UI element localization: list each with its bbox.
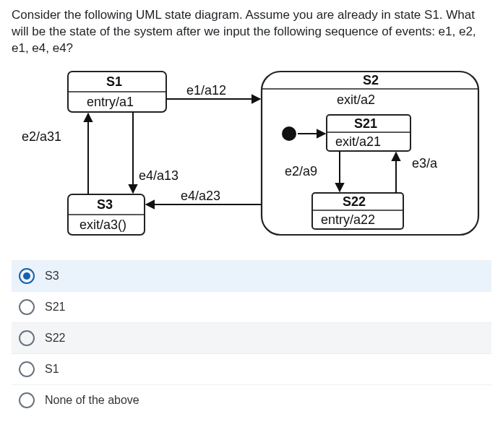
option-s3[interactable]: S3: [12, 260, 491, 291]
s3-title: S3: [97, 197, 113, 212]
radio-icon: [19, 361, 35, 377]
s2-annotation: exit/a2: [337, 92, 375, 107]
option-label: S1: [45, 363, 59, 376]
edge-e2a9: e2/a9: [285, 164, 317, 178]
radio-icon: [19, 299, 35, 315]
option-label: S21: [45, 301, 65, 314]
s2-title: S2: [363, 73, 379, 87]
s22-title: S22: [343, 194, 366, 209]
option-s1[interactable]: S1: [12, 353, 491, 384]
s22-annotation: entry/a22: [321, 212, 375, 227]
question-text: Consider the following UML state diagram…: [12, 7, 491, 57]
option-s21[interactable]: S21: [12, 291, 491, 322]
edge-e4a23: e4/a23: [181, 189, 220, 203]
initial-pseudostate-icon: [282, 126, 296, 141]
radio-icon: [19, 268, 35, 284]
radio-icon: [19, 392, 35, 408]
option-label: S3: [45, 270, 59, 283]
edge-e3a: e3/a: [412, 156, 438, 171]
edge-e1a12: e1/a12: [186, 83, 226, 98]
uml-state-diagram: S1 entry/a1 S3 exit/a3() S2 exit/a2 S21 …: [9, 63, 486, 254]
s1-annotation: entry/a1: [87, 95, 134, 109]
option-label: None of the above: [45, 394, 139, 407]
s1-title: S1: [106, 74, 122, 89]
edge-e2a31: e2/a31: [22, 129, 61, 144]
option-none[interactable]: None of the above: [12, 384, 491, 415]
option-label: S22: [45, 332, 65, 345]
radio-icon: [19, 330, 35, 346]
answer-options: S3 S21 S22 S1 None of the above: [12, 260, 491, 415]
s3-annotation: exit/a3(): [79, 217, 126, 232]
s21-title: S21: [354, 116, 377, 131]
s21-annotation: exit/a21: [335, 134, 381, 149]
option-s22[interactable]: S22: [12, 322, 491, 353]
edge-e4a13: e4/a13: [139, 168, 179, 183]
